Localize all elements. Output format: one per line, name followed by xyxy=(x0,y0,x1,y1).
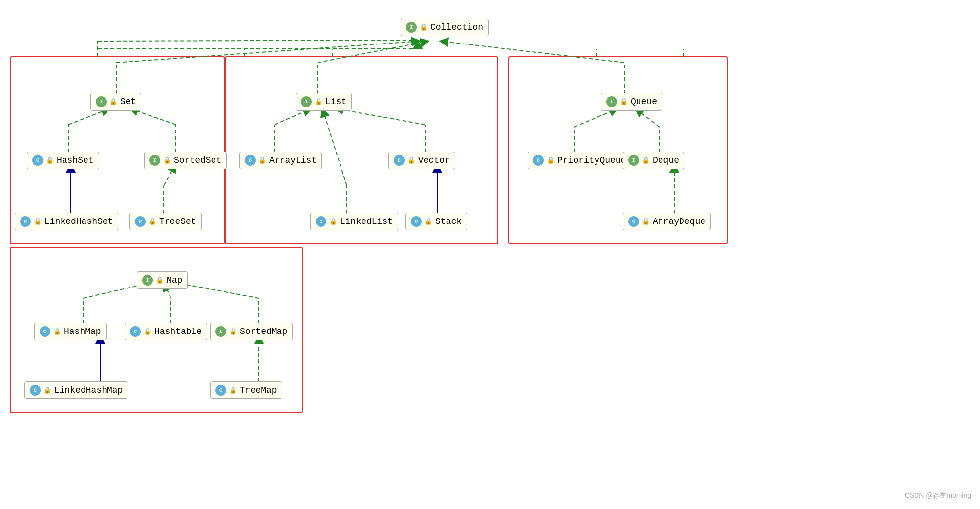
watermark: CSDN @存在morning xyxy=(905,491,971,500)
node-queue: I 🔒 Queue xyxy=(601,93,662,111)
badge-linkedhashset: C xyxy=(20,216,31,227)
badge-priorityqueue: C xyxy=(533,155,544,166)
node-collection: I 🔒 Collection xyxy=(401,19,489,36)
badge-queue: I xyxy=(606,96,617,107)
node-arraydeque: C 🔒 ArrayDeque xyxy=(623,213,711,230)
node-hashset: C 🔒 HashSet xyxy=(27,152,99,169)
badge-treeset: C xyxy=(135,216,146,227)
badge-sortedset: I xyxy=(149,155,160,166)
badge-stack: C xyxy=(411,216,422,227)
badge-arraydeque: C xyxy=(628,216,639,227)
node-linkedhashmap: C 🔒 LinkedHashMap xyxy=(24,381,128,399)
diagram: I 🔒 Collection I 🔒 Set C 🔒 HashSet I 🔒 S… xyxy=(0,0,980,509)
badge-hashtable: C xyxy=(130,326,141,337)
label-arraydeque: ArrayDeque xyxy=(653,217,705,226)
node-deque: I 🔒 Deque xyxy=(623,152,684,169)
node-priorityqueue: C 🔒 PriorityQueue xyxy=(528,152,631,169)
badge-map: I xyxy=(142,275,153,286)
badge-sortedmap: I xyxy=(215,326,226,337)
node-map: I 🔒 Map xyxy=(137,271,188,289)
label-deque: Deque xyxy=(653,155,679,165)
label-vector: Vector xyxy=(418,155,450,165)
label-hashset: HashSet xyxy=(57,155,94,165)
label-set: Set xyxy=(120,97,136,107)
label-linkedhashmap: LinkedHashMap xyxy=(54,385,123,395)
node-treemap: C 🔒 TreeMap xyxy=(210,381,282,399)
label-list: List xyxy=(325,97,346,107)
badge-hashmap: C xyxy=(40,326,50,337)
badge-treemap: C xyxy=(215,385,226,396)
badge-linkedlist: C xyxy=(316,216,326,227)
label-hashtable: Hashtable xyxy=(154,327,202,336)
badge-deque: I xyxy=(628,155,639,166)
svg-line-36 xyxy=(98,40,418,41)
label-queue: Queue xyxy=(631,97,657,107)
node-linkedlist: C 🔒 LinkedList xyxy=(310,213,398,230)
node-sortedset: I 🔒 SortedSet xyxy=(144,152,227,169)
badge-arraylist: C xyxy=(245,155,256,166)
node-set: I 🔒 Set xyxy=(90,93,141,111)
badge-collection: I xyxy=(406,22,417,33)
node-vector: C 🔒 Vector xyxy=(388,152,455,169)
badge-list: I xyxy=(301,96,312,107)
node-linkedhashset: C 🔒 LinkedHashSet xyxy=(15,213,118,230)
node-hashtable: C 🔒 Hashtable xyxy=(125,323,207,340)
label-treemap: TreeMap xyxy=(240,385,277,395)
node-stack: C 🔒 Stack xyxy=(405,213,467,230)
label-sortedmap: SortedMap xyxy=(240,327,287,336)
label-collection: Collection xyxy=(430,22,483,32)
label-arraylist: ArrayList xyxy=(269,155,317,165)
node-treeset: C 🔒 TreeSet xyxy=(129,213,202,230)
node-list: I 🔒 List xyxy=(296,93,352,111)
label-linkedlist: LinkedList xyxy=(340,217,393,226)
badge-linkedhashmap: C xyxy=(30,385,41,396)
label-priorityqueue: PriorityQueue xyxy=(557,155,626,165)
node-arraylist: C 🔒 ArrayList xyxy=(239,152,322,169)
node-sortedmap: I 🔒 SortedMap xyxy=(210,323,293,340)
label-treeset: TreeSet xyxy=(159,217,196,226)
label-hashmap: HashMap xyxy=(64,327,101,336)
badge-vector: C xyxy=(394,155,405,166)
label-linkedhashset: LinkedHashSet xyxy=(44,217,113,226)
label-sortedset: SortedSet xyxy=(174,155,221,165)
label-map: Map xyxy=(167,275,182,285)
badge-hashset: C xyxy=(32,155,43,166)
label-stack: Stack xyxy=(435,217,462,226)
node-hashmap: C 🔒 HashMap xyxy=(34,323,107,340)
badge-set: I xyxy=(96,96,107,107)
